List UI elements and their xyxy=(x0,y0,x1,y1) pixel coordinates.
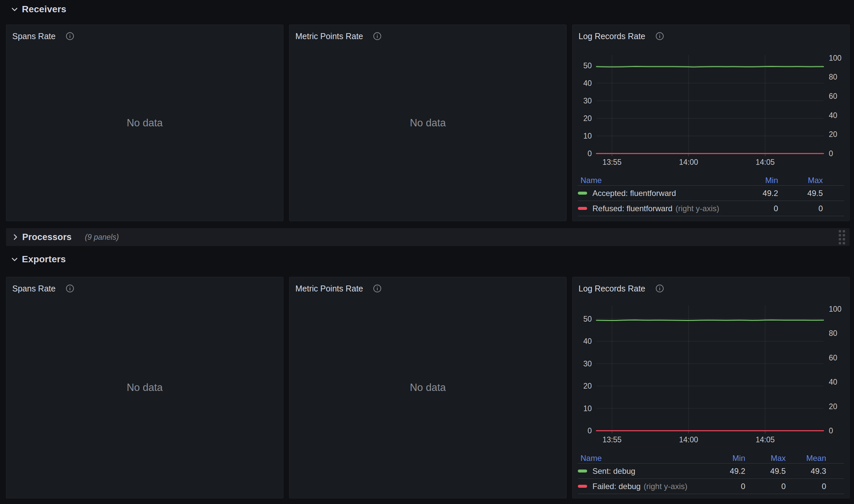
svg-text:0: 0 xyxy=(587,149,592,158)
panel-title: Spans Rate xyxy=(12,284,56,293)
legend-col-name[interactable]: Name xyxy=(581,454,602,463)
section-title: Receivers xyxy=(22,4,66,15)
series-min-value: 0 xyxy=(705,482,745,491)
panel-exporters-spans-rate: Spans Rate No data xyxy=(6,277,284,498)
section-title: Exporters xyxy=(22,254,66,265)
svg-text:20: 20 xyxy=(583,382,592,390)
panel-exporters-log-records-rate: Log Records Rate 01020304050020406080100… xyxy=(572,277,850,498)
info-icon[interactable] xyxy=(655,32,664,40)
no-data-message: No data xyxy=(289,25,566,221)
legend-col-max[interactable]: Max xyxy=(771,454,786,463)
legend-row[interactable]: Refused: fluentforward (right y-axis) 0 … xyxy=(578,201,844,216)
section-title: Processors xyxy=(22,232,72,242)
legend-header: Name Min Max Mean xyxy=(578,453,844,464)
series-min-value: 0 xyxy=(733,204,778,213)
series-color-marker xyxy=(578,192,587,195)
no-data-message: No data xyxy=(6,277,283,498)
series-max-value: 49.5 xyxy=(778,189,823,198)
svg-text:40: 40 xyxy=(829,111,837,120)
panel-title: Log Records Rate xyxy=(579,284,646,293)
panel-header[interactable]: Spans Rate xyxy=(12,281,74,296)
svg-text:40: 40 xyxy=(829,378,837,386)
series-max-value: 0 xyxy=(778,204,823,213)
svg-text:60: 60 xyxy=(829,354,837,362)
series-min-value: 49.2 xyxy=(705,467,745,476)
svg-text:50: 50 xyxy=(583,61,592,70)
info-icon[interactable] xyxy=(373,284,382,293)
no-data-message: No data xyxy=(289,277,566,498)
series-mean-value: 49.3 xyxy=(786,467,826,476)
panel-receivers-spans-rate: Spans Rate No data xyxy=(6,24,284,221)
series-name: Failed: debug xyxy=(593,482,640,491)
svg-text:40: 40 xyxy=(583,79,592,88)
series-mean-value: 0 xyxy=(786,482,826,491)
panel-title: Log Records Rate xyxy=(579,32,646,41)
svg-text:80: 80 xyxy=(829,329,837,338)
series-min-value: 49.2 xyxy=(733,189,778,198)
series-color-marker xyxy=(578,207,587,210)
info-icon[interactable] xyxy=(655,284,664,293)
chart-legend: Name Min Max Accepted: fluentforward 49.… xyxy=(578,175,844,216)
section-row-exporters[interactable]: Exporters xyxy=(11,254,66,265)
svg-text:0: 0 xyxy=(829,427,833,435)
svg-text:50: 50 xyxy=(583,315,592,323)
legend-col-name[interactable]: Name xyxy=(581,176,602,185)
section-row-receivers[interactable]: Receivers xyxy=(11,4,66,15)
panel-title: Metric Points Rate xyxy=(295,32,363,41)
chart-legend: Name Min Max Mean Sent: debug 49.2 49.5 … xyxy=(578,453,844,494)
panel-header[interactable]: Spans Rate xyxy=(12,29,74,43)
svg-text:100: 100 xyxy=(829,54,841,62)
legend-col-min[interactable]: Min xyxy=(765,176,778,185)
legend-col-mean[interactable]: Mean xyxy=(806,454,826,463)
section-row-processors[interactable]: Processors (9 panels) xyxy=(6,228,850,246)
svg-text:20: 20 xyxy=(829,130,837,139)
panel-count-label: (9 panels) xyxy=(85,233,119,242)
svg-text:20: 20 xyxy=(583,114,592,123)
svg-text:14:05: 14:05 xyxy=(756,158,775,166)
info-icon[interactable] xyxy=(373,32,382,40)
legend-row[interactable]: Failed: debug (right y-axis) 0 0 0 xyxy=(578,479,844,494)
series-max-value: 0 xyxy=(745,482,786,491)
panel-header[interactable]: Metric Points Rate xyxy=(295,281,382,296)
svg-text:10: 10 xyxy=(583,404,592,413)
svg-text:14:00: 14:00 xyxy=(679,435,698,444)
svg-text:80: 80 xyxy=(829,73,837,81)
series-axis-note: (right y-axis) xyxy=(675,204,719,213)
legend-row[interactable]: Sent: debug 49.2 49.5 49.3 xyxy=(578,464,844,479)
legend-header: Name Min Max xyxy=(578,175,844,186)
panel-header[interactable]: Metric Points Rate xyxy=(295,29,382,43)
chevron-down-icon xyxy=(11,7,18,12)
svg-text:10: 10 xyxy=(583,132,592,140)
svg-text:14:05: 14:05 xyxy=(756,435,775,444)
svg-text:30: 30 xyxy=(583,359,592,368)
info-icon[interactable] xyxy=(66,32,74,40)
svg-text:20: 20 xyxy=(829,402,837,411)
legend-col-min[interactable]: Min xyxy=(732,454,745,463)
log-records-rate-chart[interactable]: 0102030405002040608010013:5514:0014:05 xyxy=(573,277,850,451)
svg-text:100: 100 xyxy=(829,305,841,313)
info-icon[interactable] xyxy=(66,284,74,293)
series-max-value: 49.5 xyxy=(745,467,786,476)
series-axis-note: (right y-axis) xyxy=(643,482,687,491)
svg-text:13:55: 13:55 xyxy=(602,158,622,166)
panel-header[interactable]: Log Records Rate xyxy=(579,29,664,43)
svg-text:0: 0 xyxy=(829,149,833,158)
no-data-message: No data xyxy=(6,25,283,221)
panel-title: Spans Rate xyxy=(12,32,56,41)
panel-header[interactable]: Log Records Rate xyxy=(579,281,664,296)
svg-text:14:00: 14:00 xyxy=(679,158,698,166)
legend-row[interactable]: Accepted: fluentforward 49.2 49.5 xyxy=(578,186,844,201)
panel-receivers-log-records-rate: Log Records Rate 01020304050020406080100… xyxy=(572,24,850,221)
series-name: Accepted: fluentforward xyxy=(593,189,676,198)
panel-receivers-metric-points-rate: Metric Points Rate No data xyxy=(289,24,567,221)
series-name: Sent: debug xyxy=(593,467,635,476)
log-records-rate-chart[interactable]: 0102030405002040608010013:5514:0014:05 xyxy=(573,25,850,172)
series-name: Refused: fluentforward xyxy=(593,204,672,213)
drag-handle-icon[interactable] xyxy=(839,230,845,245)
series-color-marker xyxy=(578,485,587,488)
legend-col-max[interactable]: Max xyxy=(808,176,823,185)
svg-text:0: 0 xyxy=(587,427,592,435)
svg-text:60: 60 xyxy=(829,92,837,101)
panel-exporters-metric-points-rate: Metric Points Rate No data xyxy=(289,277,567,498)
svg-text:40: 40 xyxy=(583,337,592,345)
